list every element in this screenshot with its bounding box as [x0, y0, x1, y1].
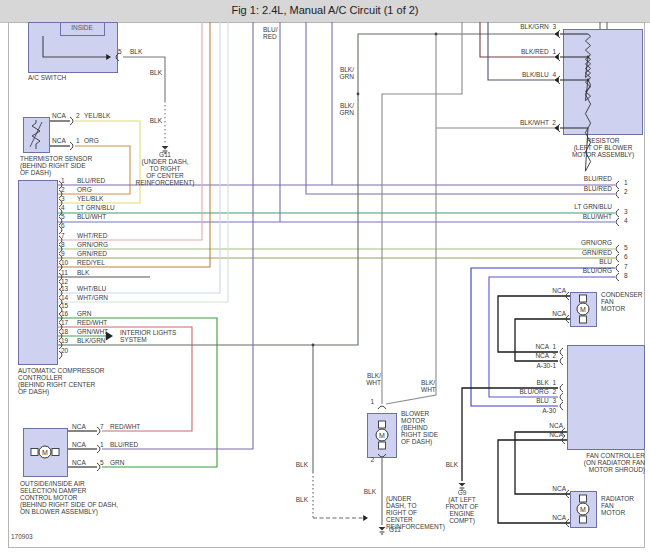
- connector-arc-2: [70, 142, 73, 150]
- condenser-nca-1: NCA: [552, 288, 566, 295]
- thermistor-pin-2: 2: [76, 113, 80, 120]
- blower-pin-2: 2: [370, 457, 374, 464]
- junction-dot-2: [312, 344, 315, 347]
- edge-label-4: BLU/WHT: [583, 214, 612, 221]
- edge-num-5: 5: [624, 245, 628, 252]
- controller-pin-label-19: BLK/GRN: [77, 338, 106, 345]
- controller-pin-num-9: 9: [61, 251, 65, 258]
- fanctl-bluorg-2: BLU/ORG 2: [520, 389, 556, 396]
- edge-label-1: BLU/RED: [584, 176, 612, 183]
- connector-arc-13: [616, 273, 619, 281]
- thermistor-nca-2: NCA: [52, 113, 66, 120]
- connector-arc-12: [616, 264, 619, 272]
- controller-pin-num-16: 16: [61, 311, 68, 318]
- edge-num-8: 8: [624, 273, 628, 280]
- damper-pin-5: 5: [100, 460, 104, 467]
- controller-pin-num-11: 11: [61, 270, 68, 277]
- controller-pin-num-8: 8: [61, 242, 65, 249]
- controller-pin-label-8: GRN/ORG: [77, 242, 108, 249]
- condenser-wire-1: [498, 296, 570, 352]
- controller-pin-label-1: BLU/RED: [77, 178, 105, 185]
- condenser-nca-2: NCA: [552, 311, 566, 318]
- svg-text:M: M: [580, 306, 586, 313]
- g11-ground: [379, 527, 386, 534]
- controller-pin-label-7: WHT/RED: [77, 233, 107, 240]
- controller-pin-label-10: RED/YEL: [77, 260, 105, 267]
- connector-arc-21: [560, 357, 563, 365]
- blkgrn-label-2: BLK/ GRN: [340, 103, 354, 117]
- blkgrn-label-1: BLK/ GRN: [340, 67, 354, 81]
- connector-arc-23: [560, 393, 563, 401]
- g9-text: G9 (AT LEFT FRONT OF ENGINE COMPT): [445, 490, 478, 525]
- fanctl-nca-b2: NCA: [549, 432, 563, 439]
- connector-arc-18: [378, 406, 386, 409]
- blured-riser-label: BLU/ RED: [263, 27, 277, 41]
- edge-label-6: GRN/RED: [582, 250, 612, 257]
- g9-blk: BLK: [446, 462, 458, 469]
- controller-pin-label-17: RED/WHT: [77, 320, 107, 327]
- controller-pin-num-2: 2: [61, 187, 65, 194]
- controller-pin-num-5: 5: [61, 214, 65, 221]
- connector-arc-10: [616, 245, 619, 253]
- connector-arc-19: [378, 454, 386, 457]
- damper-nca-1: NCA: [72, 442, 86, 449]
- junction-dot-0: [435, 33, 438, 36]
- ac-blk-label-2: BLK: [150, 118, 162, 125]
- connector-arc-20: [560, 348, 563, 356]
- wiring-diagram-page: Fig 1: 2.4L, Manual A/C Circuit (1 of 2)…: [0, 0, 650, 557]
- controller-pin-num-6: 6: [61, 223, 65, 230]
- fan-controller-wire-2: [498, 440, 570, 523]
- resistor-pin-2-label: BLK/WHT 2: [520, 120, 556, 127]
- damper-nca-7: NCA: [72, 424, 86, 431]
- controller-pin-label-16: GRN: [77, 311, 91, 318]
- radiator-nca-2: NCA: [552, 515, 566, 522]
- blower-blkwht-label-1: BLK/ WHT: [366, 373, 381, 387]
- connector-arc-1: [70, 117, 73, 125]
- condenser-label: CONDENSER FAN MOTOR: [601, 292, 643, 313]
- radiator-nca-1: NCA: [552, 486, 566, 493]
- connector-arc-22: [560, 384, 563, 392]
- controller-pin-num-3: 3: [61, 196, 65, 203]
- connector-arc-11: [616, 254, 619, 262]
- fanctl-nca-1: NCA 1: [535, 344, 556, 351]
- damper-wire-7: RED/WHT: [110, 424, 140, 431]
- ac-blk-label-1: BLK: [150, 70, 162, 77]
- wire-redyel: [58, 22, 210, 267]
- ac-switch-label: A/C SWITCH: [28, 75, 66, 82]
- controller-label: AUTOMATIC COMPRESSOR CONTROLLER (BEHIND …: [18, 368, 104, 396]
- controller-pin-label-3: YEL/BLK: [77, 196, 103, 203]
- controller-pin-num-20: 20: [61, 348, 68, 355]
- controller-pin-num-7: 7: [61, 233, 65, 240]
- svg-text:M: M: [379, 432, 385, 439]
- g11-drop-blk-1: BLK: [296, 462, 308, 469]
- damper-nca-5: NCA: [72, 460, 86, 467]
- controller-pin-label-18: GRN/WHT: [77, 329, 108, 336]
- controller-pin-num-13: 13: [61, 286, 68, 293]
- damper-wire-5: GRN: [110, 460, 124, 467]
- ac-switch-internal-wire: [43, 36, 110, 57]
- controller-pin-label-5: BLU/WHT: [77, 214, 106, 221]
- controller-pin-num-10: 10: [61, 260, 68, 267]
- controller-pin-num-14: 14: [61, 295, 68, 302]
- edge-label-7: BLU: [599, 259, 612, 266]
- g11-top-label: G11 (UNDER DASH, TO RIGHT OF CENTER REIN…: [136, 152, 195, 187]
- blower-blkwht-label-2: BLK/ WHT: [421, 380, 436, 394]
- arrow-0: [106, 54, 111, 60]
- thermistor-wire-2: YEL/BLK: [84, 113, 110, 120]
- blower-gnd-blk: BLK: [364, 489, 376, 496]
- ac-switch-blk-wire: [123, 57, 165, 101]
- edge-num-4: 4: [624, 218, 628, 225]
- controller-pin-num-4: 4: [61, 205, 65, 212]
- edge-label-5: GRN/ORG: [581, 240, 612, 247]
- edge-label-2: BLU/RED: [584, 186, 612, 193]
- connector-arc-24: [560, 402, 563, 410]
- fanctl-blu-3: BLU 3: [536, 398, 556, 405]
- fanctl-a30: A-30: [542, 408, 556, 415]
- controller-pin-label-11: BLK: [77, 270, 89, 277]
- damper-pin-7: 7: [100, 424, 104, 431]
- edge-num-6: 6: [624, 254, 628, 261]
- svg-text:M: M: [42, 449, 48, 456]
- ac-wire-label: BLK: [130, 49, 142, 56]
- ac-inside-label: INSIDE: [71, 25, 93, 32]
- ac-pin-number: 5: [118, 49, 122, 56]
